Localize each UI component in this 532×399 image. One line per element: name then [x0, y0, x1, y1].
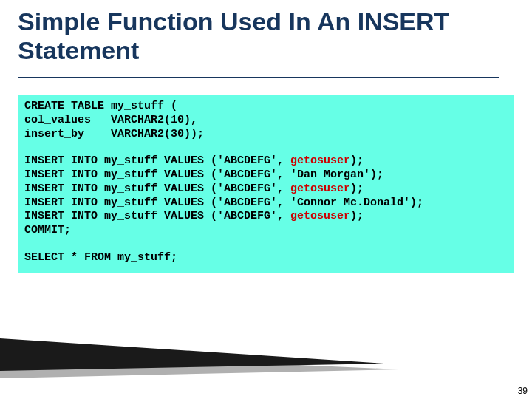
code-line: INSERT INTO my_stuff VALUES ('ABCDEFG', … — [24, 210, 508, 224]
code-line: INSERT INTO my_stuff VALUES ('ABCDEFG', … — [24, 154, 508, 168]
title-underline — [18, 77, 499, 78]
code-text: ); — [350, 183, 364, 195]
code-line: INSERT INTO my_stuff VALUES ('ABCDEFG', … — [24, 183, 508, 197]
code-text: CREATE TABLE my_stuff ( — [24, 100, 177, 112]
code-text: ); — [350, 210, 364, 222]
code-text: COMMIT; — [24, 224, 71, 236]
code-text: INSERT INTO my_stuff VALUES ('ABCDEFG', — [24, 183, 290, 195]
code-line: col_values VARCHAR2(10), — [24, 114, 508, 128]
code-line: INSERT INTO my_stuff VALUES ('ABCDEFG', … — [24, 197, 508, 211]
page-number: 39 — [518, 386, 528, 396]
code-highlight: getosuser — [290, 183, 350, 195]
code-line: insert_by VARCHAR2(30)); — [24, 128, 508, 142]
code-line: COMMIT; — [24, 224, 508, 238]
code-line: SELECT * FROM my_stuff; — [24, 251, 508, 265]
code-text: insert_by VARCHAR2(30)); — [24, 128, 204, 140]
code-text: SELECT * FROM my_stuff; — [24, 251, 177, 264]
slide-title: Simple Function Used In An INSERT Statem… — [18, 7, 505, 65]
decorative-wedge — [0, 338, 399, 378]
code-line: INSERT INTO my_stuff VALUES ('ABCDEFG', … — [24, 168, 508, 183]
code-box: CREATE TABLE my_stuff ( col_values VARCH… — [18, 95, 514, 273]
code-text: col_values VARCHAR2(10), — [24, 114, 197, 126]
blank-line — [24, 141, 508, 154]
code-text: INSERT INTO my_stuff VALUES ('ABCDEFG', … — [24, 197, 423, 209]
code-text: INSERT INTO my_stuff VALUES ('ABCDEFG', — [24, 154, 290, 167]
code-line: CREATE TABLE my_stuff ( — [24, 100, 508, 114]
code-text: INSERT INTO my_stuff VALUES ('ABCDEFG', — [24, 210, 290, 222]
code-text: ); — [350, 154, 364, 167]
svg-marker-1 — [0, 338, 384, 371]
code-highlight: getosuser — [290, 154, 350, 167]
code-highlight: getosuser — [290, 210, 350, 222]
blank-line — [24, 238, 508, 251]
code-text: INSERT INTO my_stuff VALUES ('ABCDEFG', … — [24, 168, 383, 181]
slide: Simple Function Used In An INSERT Statem… — [0, 0, 532, 399]
